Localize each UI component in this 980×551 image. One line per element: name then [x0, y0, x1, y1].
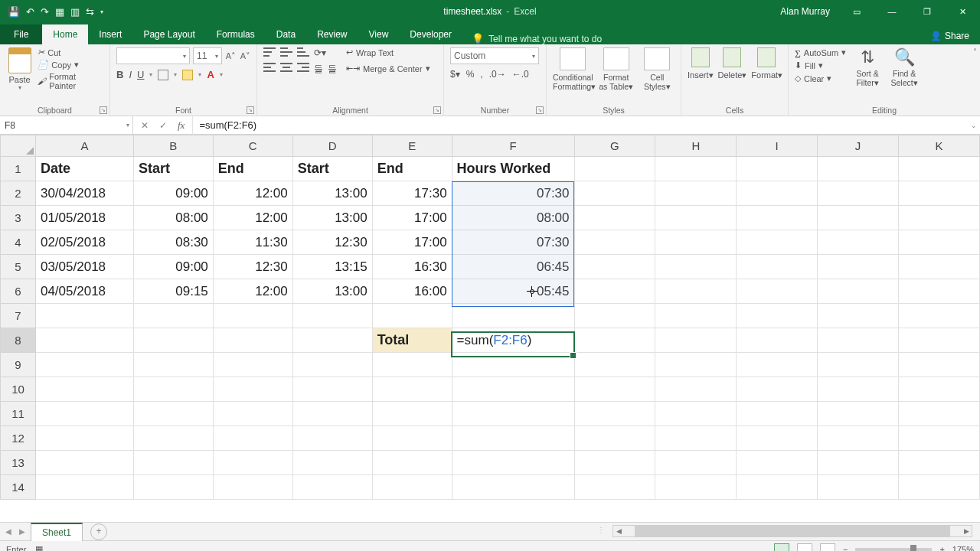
increase-decimal-icon[interactable]: .0→ — [489, 69, 506, 80]
tab-data[interactable]: Data — [266, 24, 306, 44]
tab-page-layout[interactable]: Page Layout — [132, 24, 205, 44]
fill-button[interactable]: ⬇Fill ▾ — [795, 60, 846, 70]
cell[interactable] — [655, 206, 737, 230]
grow-font-icon[interactable]: A˄ — [225, 51, 237, 61]
macro-record-icon[interactable]: ▦ — [35, 544, 43, 551]
tab-view[interactable]: View — [358, 24, 400, 44]
decrease-indent-icon[interactable]: 들 — [314, 63, 323, 76]
cell[interactable] — [818, 353, 899, 377]
name-box[interactable]: F8▾ — [0, 116, 133, 135]
zoom-slider[interactable] — [855, 548, 932, 551]
cell[interactable] — [818, 475, 899, 500]
format-cells-button[interactable]: Format▾ — [751, 47, 782, 80]
cell[interactable] — [213, 377, 292, 402]
cancel-icon[interactable]: ✕ — [141, 120, 149, 131]
insert-cells-button[interactable]: Insert▾ — [688, 47, 714, 80]
format-as-table-button[interactable]: Format as Table▾ — [599, 47, 634, 91]
row-header[interactable]: 4 — [1, 230, 36, 255]
cell[interactable] — [133, 426, 213, 451]
currency-icon[interactable]: $▾ — [450, 69, 460, 80]
autosum-button[interactable]: ∑AutoSum ▾ — [795, 47, 846, 57]
maximize-button[interactable]: ❐ — [910, 0, 945, 23]
cell[interactable] — [818, 181, 899, 206]
cell[interactable] — [818, 328, 899, 353]
cell[interactable] — [213, 451, 292, 475]
cell[interactable]: Hours Worked — [452, 157, 574, 181]
cell[interactable] — [292, 304, 372, 328]
cell[interactable] — [818, 451, 899, 475]
cell[interactable] — [899, 255, 980, 279]
cell-styles-button[interactable]: Cell Styles▾ — [640, 47, 675, 91]
cell[interactable] — [292, 353, 372, 377]
bold-button[interactable]: B — [116, 69, 123, 80]
column-header[interactable]: E — [372, 135, 452, 157]
cell[interactable] — [452, 426, 574, 451]
cell[interactable] — [372, 451, 452, 475]
cell[interactable] — [737, 353, 818, 377]
row-header[interactable]: 9 — [1, 353, 36, 377]
delete-cells-button[interactable]: Delete▾ — [718, 47, 747, 80]
row-header[interactable]: 1 — [1, 157, 36, 181]
cell[interactable] — [292, 451, 372, 475]
cell[interactable] — [655, 426, 737, 451]
cell[interactable] — [655, 475, 737, 500]
cell[interactable]: 13:15 — [292, 255, 372, 279]
cell[interactable] — [35, 328, 133, 353]
cell[interactable] — [372, 426, 452, 451]
conditional-formatting-button[interactable]: Conditional Formatting▾ — [553, 47, 593, 91]
tab-developer[interactable]: Developer — [399, 24, 462, 44]
cell[interactable] — [35, 402, 133, 426]
cell[interactable] — [818, 206, 899, 230]
cell[interactable] — [292, 475, 372, 500]
column-header[interactable]: I — [737, 135, 818, 157]
cell[interactable] — [737, 206, 818, 230]
sheet-tab[interactable]: Sheet1 — [31, 523, 83, 541]
cell[interactable]: 13:00 — [292, 206, 372, 230]
cell[interactable]: 12:30 — [292, 230, 372, 255]
column-header[interactable]: H — [655, 135, 737, 157]
clear-button[interactable]: ◇Clear ▾ — [795, 73, 846, 83]
fill-color-icon[interactable] — [182, 70, 193, 80]
cell[interactable]: 16:30 — [372, 255, 452, 279]
cell[interactable]: Start — [133, 157, 213, 181]
close-button[interactable]: ✕ — [945, 0, 980, 23]
cell[interactable]: 06:45 — [452, 255, 574, 279]
cell[interactable] — [574, 304, 655, 328]
fx-icon[interactable]: fx — [178, 119, 185, 132]
zoom-level[interactable]: 175% — [952, 545, 974, 552]
cell[interactable] — [737, 230, 818, 255]
cell[interactable] — [899, 230, 980, 255]
cell[interactable] — [133, 377, 213, 402]
cell[interactable] — [35, 475, 133, 500]
cell[interactable]: 30/04/2018 — [35, 181, 133, 206]
cell[interactable] — [574, 230, 655, 255]
cell[interactable] — [452, 475, 574, 500]
cell[interactable] — [574, 255, 655, 279]
tab-formulas[interactable]: Formulas — [206, 24, 266, 44]
align-left-icon[interactable] — [263, 63, 276, 72]
qat-icon[interactable]: ▦ — [55, 6, 64, 18]
number-format-combo[interactable]: Custom▾ — [450, 47, 539, 64]
cell[interactable] — [372, 402, 452, 426]
cell[interactable] — [292, 426, 372, 451]
cell[interactable] — [899, 279, 980, 304]
cell[interactable] — [737, 402, 818, 426]
row-header[interactable]: 10 — [1, 377, 36, 402]
cell[interactable] — [737, 279, 818, 304]
cell[interactable] — [35, 426, 133, 451]
cell[interactable] — [574, 206, 655, 230]
cell[interactable]: 08:00 — [452, 206, 574, 230]
minimize-button[interactable]: — — [874, 0, 910, 23]
cell[interactable] — [292, 377, 372, 402]
cell[interactable]: 09:00 — [133, 181, 213, 206]
column-header[interactable]: B — [133, 135, 213, 157]
cell[interactable] — [899, 181, 980, 206]
row-header[interactable]: 11 — [1, 402, 36, 426]
column-header[interactable]: F — [452, 135, 574, 157]
cell[interactable] — [655, 157, 737, 181]
sort-filter-button[interactable]: ⇅Sort & Filter▾ — [852, 47, 883, 87]
redo-icon[interactable]: ↷ — [41, 6, 49, 18]
cell[interactable] — [655, 402, 737, 426]
cell[interactable] — [737, 475, 818, 500]
undo-icon[interactable]: ↶ — [26, 6, 34, 18]
